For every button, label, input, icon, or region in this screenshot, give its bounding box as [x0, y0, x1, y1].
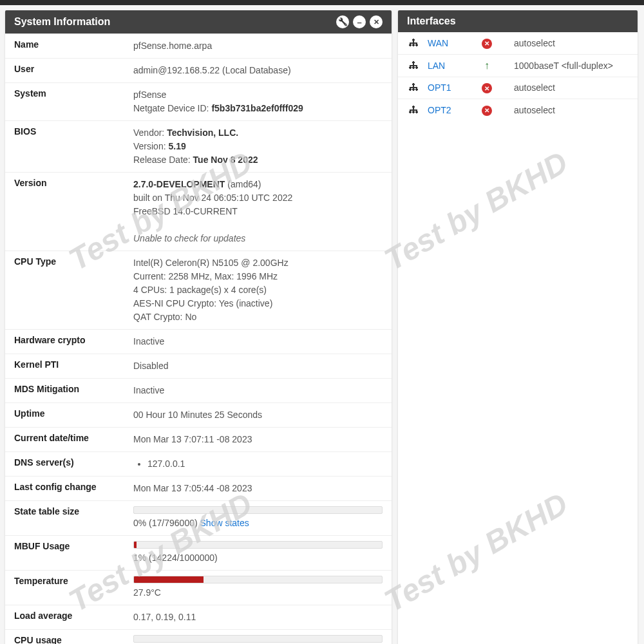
temp-text: 27.9°C	[133, 587, 161, 598]
system-line1: pfSense	[133, 90, 166, 100]
mbuf-bar-fill	[134, 542, 137, 548]
row-cpu-type: CPU Type Intel(R) Celeron(R) N5105 @ 2.0…	[5, 251, 392, 329]
version-update-status: Unable to check for updates	[133, 233, 245, 243]
interface-name-link[interactable]: OPT2	[428, 105, 473, 115]
row-hwcrypto: Hardware crypto Inactive	[5, 329, 392, 354]
bios-vendor-prefix: Vendor:	[133, 128, 167, 138]
row-mbuf: MBUF Usage 1% (14224/1000000)	[5, 535, 392, 570]
row-name: Name pfSense.home.arpa	[5, 33, 392, 58]
row-cpu-usage: CPU usage 0%	[5, 629, 392, 644]
label-hwcrypto: Hardware crypto	[14, 335, 133, 345]
label-uptime: Uptime	[14, 408, 133, 419]
interfaces-list: WANautoselectLAN↑1000baseT <full-duplex>…	[398, 32, 638, 121]
interface-speed: autoselect	[501, 82, 629, 93]
label-state: State table size	[14, 506, 133, 516]
interface-row: LAN↑1000baseT <full-duplex>	[398, 54, 638, 77]
value-mbuf: 1% (14224/1000000)	[133, 541, 383, 565]
row-state-table: State table size 0% (17/796000) Show sta…	[5, 500, 392, 535]
value-cpu: Intel(R) Celeron(R) N5105 @ 2.00GHz Curr…	[133, 256, 383, 324]
cpu-count: 4 CPUs: 1 package(s) x 4 core(s)	[133, 285, 267, 295]
interface-speed: autoselect	[501, 105, 629, 115]
mbuf-text: 1% (14224/1000000)	[133, 553, 218, 563]
row-temp: Temperature 27.9°C	[5, 570, 392, 605]
value-uptime: 00 Hour 10 Minutes 25 Seconds	[133, 408, 383, 422]
sitemap-icon	[407, 38, 420, 48]
label-user: User	[14, 64, 133, 74]
arrow-up-icon: ↑	[480, 60, 493, 71]
sitemap-icon	[407, 82, 420, 93]
value-datetime: Mon Mar 13 7:07:11 -08 2023	[133, 433, 383, 446]
version-freebsd: FreeBSD 14.0-CURRENT	[133, 206, 238, 216]
row-uptime: Uptime 00 Hour 10 Minutes 25 Seconds	[5, 402, 392, 427]
interface-row: OPT1autoselect	[398, 77, 638, 99]
row-pti: Kernel PTI Disabled	[5, 354, 392, 378]
system-line2-prefix: Netgate Device ID:	[133, 103, 211, 113]
label-cpuusage: CPU usage	[14, 635, 133, 644]
label-mbuf: MBUF Usage	[14, 541, 133, 551]
mbuf-bar	[133, 541, 383, 549]
bios-date-prefix: Release Date:	[133, 155, 193, 165]
bios-date: Tue Nov 8 2022	[193, 155, 258, 165]
cpu-model: Intel(R) Celeron(R) N5105 @ 2.00GHz	[133, 258, 289, 268]
label-name: Name	[14, 39, 133, 50]
value-pti: Disabled	[133, 359, 383, 373]
interface-name-link[interactable]: LAN	[428, 61, 473, 71]
minimize-icon[interactable]	[353, 15, 366, 28]
panel-actions	[336, 15, 383, 28]
value-temp: 27.9°C	[133, 576, 383, 600]
label-lastcfg: Last config change	[14, 482, 133, 492]
state-bar	[133, 506, 383, 514]
row-user: User admin@192.168.5.22 (Local Database)	[5, 58, 392, 82]
interface-speed: autoselect	[501, 38, 629, 48]
value-version: 2.7.0-DEVELOPMENT (amd64) built on Thu N…	[133, 178, 383, 245]
label-bios: BIOS	[14, 126, 133, 137]
cpu-freq: Current: 2258 MHz, Max: 1996 MHz	[133, 271, 278, 281]
value-load: 0.17, 0.19, 0.11	[133, 611, 383, 624]
status-down-icon	[480, 37, 493, 49]
label-temp: Temperature	[14, 576, 133, 586]
interface-speed: 1000baseT <full-duplex>	[501, 61, 629, 71]
bios-vendor: Techvision, LLC.	[167, 128, 238, 138]
row-system: System pfSense Netgate Device ID: f5b3b7…	[5, 82, 392, 120]
label-version: Version	[14, 178, 133, 188]
sitemap-icon	[407, 105, 420, 115]
row-version: Version 2.7.0-DEVELOPMENT (amd64) built …	[5, 172, 392, 251]
status-down-icon	[480, 104, 493, 116]
interfaces-header: Interfaces	[398, 10, 638, 32]
show-states-link[interactable]: Show states	[200, 518, 249, 528]
label-load: Load average	[14, 611, 133, 621]
interfaces-title: Interfaces	[407, 15, 456, 27]
row-load: Load average 0.17, 0.19, 0.11	[5, 605, 392, 629]
interface-row: WANautoselect	[398, 32, 638, 54]
row-mds: MDS Mitigation Inactive	[5, 378, 392, 402]
value-name: pfSense.home.arpa	[133, 39, 383, 53]
interface-name-link[interactable]: OPT1	[428, 82, 473, 93]
bios-version: 5.19	[168, 141, 185, 151]
value-bios: Vendor: Techvision, LLC. Version: 5.19 R…	[133, 126, 383, 167]
cpu-aesni: AES-NI CPU Crypto: Yes (inactive)	[133, 298, 272, 308]
label-dns: DNS server(s)	[14, 457, 133, 468]
top-bar	[0, 0, 644, 5]
panel-title: System Information	[14, 16, 110, 28]
temp-bar-fill	[134, 576, 204, 583]
status-down-icon	[480, 82, 493, 94]
label-system: System	[14, 88, 133, 99]
cpu-bar	[133, 635, 383, 643]
system-device-id: f5b3b731ba2ef0fff029	[211, 103, 303, 113]
value-cpuusage: 0%	[133, 635, 383, 644]
value-state: 0% (17/796000) Show states	[133, 506, 383, 530]
row-bios: BIOS Vendor: Techvision, LLC. Version: 5…	[5, 120, 392, 172]
interface-name-link[interactable]: WAN	[428, 38, 473, 48]
row-datetime: Current date/time Mon Mar 13 7:07:11 -08…	[5, 427, 392, 451]
temp-bar	[133, 576, 383, 583]
version-main: 2.7.0-DEVELOPMENT	[133, 179, 225, 189]
wrench-icon[interactable]	[336, 15, 349, 28]
row-lastcfg: Last config change Mon Mar 13 7:05:44 -0…	[5, 476, 392, 500]
interfaces-panel: Interfaces WANautoselectLAN↑1000baseT <f…	[398, 10, 638, 644]
version-arch: (amd64)	[225, 179, 261, 189]
value-lastcfg: Mon Mar 13 7:05:44 -08 2023	[133, 482, 383, 495]
close-icon[interactable]	[370, 15, 383, 28]
label-cpu: CPU Type	[14, 256, 133, 267]
value-mds: Inactive	[133, 384, 383, 397]
value-hwcrypto: Inactive	[133, 335, 383, 348]
